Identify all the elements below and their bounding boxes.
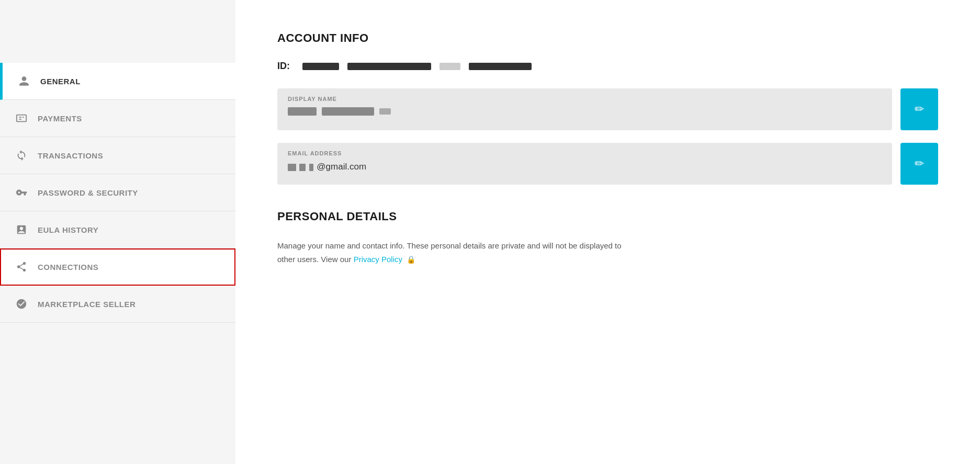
sidebar-item-general[interactable]: GENERAL	[0, 63, 235, 100]
display-name-field: DISPLAY NAME	[277, 88, 892, 130]
person-icon	[17, 74, 31, 88]
email-address-label: EMAIL ADDRESS	[288, 150, 882, 156]
sidebar-item-transactions[interactable]: TRANSACTIONS	[0, 137, 235, 174]
main-content: ACCOUNT INFO ID: DISPLAY NAME ✏ EMAIL AD…	[235, 0, 980, 464]
payments-icon	[15, 111, 28, 125]
connections-icon	[15, 260, 28, 274]
sidebar-item-password-security[interactable]: PASSWORD & SECURITY	[0, 174, 235, 211]
personal-details-section: PERSONAL DETAILS Manage your name and co…	[277, 210, 938, 266]
email-address-value: @gmail.com	[288, 162, 882, 172]
id-row: ID:	[277, 61, 938, 72]
lock-icon: 🔒	[407, 254, 415, 266]
id-value-part4	[469, 63, 532, 70]
email-address-field: EMAIL ADDRESS @gmail.com	[277, 143, 892, 185]
seller-icon	[15, 297, 28, 311]
id-label: ID:	[277, 61, 290, 72]
display-name-label: DISPLAY NAME	[288, 96, 882, 102]
sidebar: GENERAL PAYMENTS TRANSACTIONS PASSWORD &…	[0, 0, 235, 464]
display-name-blur-3	[379, 108, 391, 115]
sidebar-item-marketplace-seller[interactable]: MARKETPLACE SELLER	[0, 286, 235, 323]
privacy-policy-link[interactable]: Privacy Policy	[354, 255, 402, 264]
id-value-part1	[302, 63, 339, 70]
transactions-icon	[15, 149, 28, 162]
sidebar-item-payments[interactable]: PAYMENTS	[0, 100, 235, 137]
sidebar-item-transactions-label: TRANSACTIONS	[38, 151, 103, 160]
email-address-edit-button[interactable]: ✏	[900, 143, 938, 185]
sidebar-item-general-label: GENERAL	[40, 77, 81, 86]
sidebar-item-payments-label: PAYMENTS	[38, 114, 82, 123]
sidebar-item-marketplace-label: MARKETPLACE SELLER	[38, 300, 136, 309]
sidebar-item-eula-history[interactable]: EULA HISTORY	[0, 211, 235, 248]
sidebar-item-connections-label: CONNECTIONS	[38, 263, 98, 271]
sidebar-item-connections[interactable]: CONNECTIONS	[0, 248, 235, 286]
display-name-edit-button[interactable]: ✏	[900, 88, 938, 130]
account-info-title: ACCOUNT INFO	[277, 31, 938, 45]
sidebar-item-password-label: PASSWORD & SECURITY	[38, 188, 138, 197]
key-icon	[15, 186, 28, 199]
pencil-icon-2: ✏	[915, 157, 924, 171]
personal-details-description: Manage your name and contact info. These…	[277, 239, 633, 266]
id-value-part3	[440, 63, 460, 70]
id-value-part2	[347, 63, 431, 70]
eula-icon	[15, 223, 28, 236]
email-prefix-blur: @gmail.com	[288, 162, 366, 171]
display-name-blur-1	[288, 107, 317, 116]
display-name-row: DISPLAY NAME ✏	[277, 88, 938, 130]
display-name-value	[288, 107, 882, 116]
display-name-blur-2	[322, 107, 374, 116]
pencil-icon: ✏	[915, 103, 924, 116]
email-address-row: EMAIL ADDRESS @gmail.com ✏	[277, 143, 938, 185]
personal-details-title: PERSONAL DETAILS	[277, 210, 938, 223]
sidebar-item-eula-label: EULA HISTORY	[38, 225, 98, 234]
